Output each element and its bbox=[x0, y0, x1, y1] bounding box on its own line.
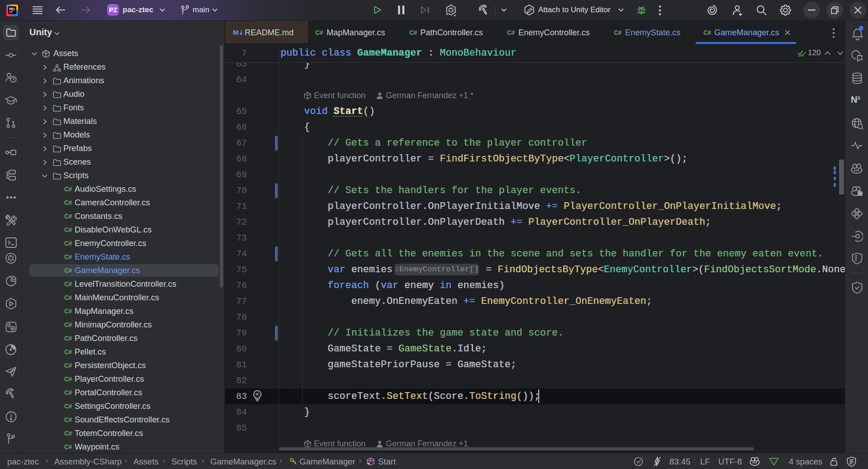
svg-text:RD: RD bbox=[9, 7, 14, 11]
